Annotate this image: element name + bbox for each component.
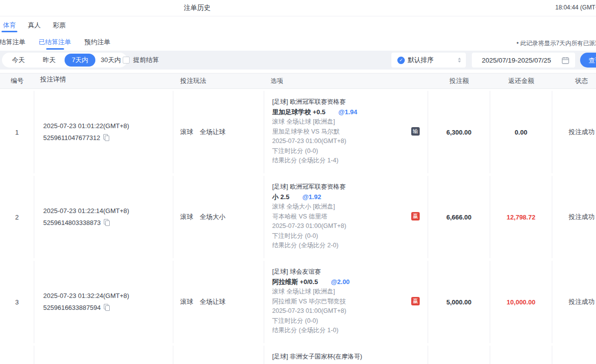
play-type-cell: 滚球 全场大小 (173, 176, 264, 258)
header-status: 状态 (552, 73, 596, 88)
bet-id: 5259611047677312 (43, 134, 100, 142)
copy-icon[interactable] (104, 304, 110, 311)
row-number: 3 (0, 261, 34, 343)
option-league: [足球] 非洲女子国家杯(在摩洛哥) (272, 352, 428, 362)
current-time: 18:04:44 (GMT+8) (555, 4, 596, 11)
date-range-input[interactable]: 2025/07/19-2025/07/25 (472, 53, 575, 68)
table-row: 1 2025-07-23 01:01:22(GMT+8) 52596110476… (0, 91, 596, 173)
search-button[interactable]: 查询 (580, 53, 596, 68)
option-odds: @1.94 (338, 108, 357, 116)
early-settle-label: 提前结算 (133, 56, 159, 65)
bet-detail-cell (34, 346, 173, 364)
bet-detail-cell: 2025-07-23 01:01:22(GMT+8) 5259611047677… (34, 91, 173, 173)
bet-amount-cell: 5,000.00 (428, 261, 490, 343)
play-market: 全场让球 (200, 128, 225, 137)
status-cell: 投注成功 (552, 91, 596, 173)
range-7days[interactable]: 7天内 (65, 54, 95, 67)
subtab-unsettled[interactable]: 未结算注单 (0, 38, 25, 46)
range-yesterday[interactable]: 昨天 (34, 54, 65, 67)
table-row: 3 2025-07-23 01:32:24(GMT+8) 52596166338… (0, 261, 596, 343)
table-body: 1 2025-07-23 01:01:22(GMT+8) 52596110476… (0, 89, 596, 364)
payout-cell (490, 346, 552, 364)
option-market: 滚球 全场让球 [欧洲盘] (272, 287, 428, 297)
header-no: 编号 (0, 73, 34, 88)
subtab-reserved[interactable]: 预约注单 (84, 38, 110, 46)
bet-id: 5259616633887594 (43, 304, 101, 311)
copy-icon[interactable] (103, 134, 110, 141)
row-number (0, 346, 34, 364)
option-league: [足球] 球会友谊赛 (272, 267, 428, 277)
option-market: 滚球 全场大小 [欧洲盘] (272, 202, 428, 212)
header-play: 投注玩法 (173, 73, 264, 88)
subtab-settled[interactable]: 已结算注单 (39, 38, 71, 46)
bet-detail-cell: 2025-07-23 01:32:24(GMT+8) 5259616633887… (34, 261, 173, 343)
option-odds: @2.00 (331, 278, 350, 286)
tab-live[interactable]: 真人 (28, 21, 41, 29)
option-result-score: 结果比分 (全场比分 2-0) (272, 241, 428, 251)
status-cell: 投注成功 (552, 261, 596, 343)
bet-detail-cell: 2025-07-23 01:22:14(GMT+8) 5259614803338… (34, 176, 173, 258)
option-league: [足球] 欧洲冠军联赛资格赛 (272, 182, 428, 192)
option-match-time: 2025-07-23 01:00(GMT+8) (272, 221, 428, 231)
option-match-time: 2025-07-23 01:00(GMT+8) (272, 306, 428, 316)
play-type: 滚球 (180, 128, 193, 137)
row-number: 2 (0, 176, 34, 258)
table-row: [足球] 非洲女子国家杯(在摩洛哥) (0, 346, 596, 364)
play-type: 滚球 (180, 297, 193, 306)
option-selection: 小 2.5 (272, 193, 290, 201)
payout-cell: 12,798.72 (490, 176, 552, 258)
early-settle-checkbox[interactable] (123, 57, 130, 64)
option-cell: [足球] 球会友谊赛 阿拉维斯 +0/0.5@2.00 滚球 全场让球 [欧洲盘… (264, 261, 428, 343)
option-bet-score: 下注时比分 (0-0) (272, 146, 428, 156)
option-market: 滚球 全场让球 [欧洲盘] (272, 117, 428, 127)
copy-icon[interactable] (104, 219, 110, 226)
option-cell: [足球] 欧洲冠军联赛资格赛 小 2.5@1.92 滚球 全场大小 [欧洲盘] … (264, 176, 428, 258)
bet-amount-cell: 6,300.00 (428, 91, 490, 173)
status-cell: 投注成功 (552, 176, 596, 258)
sort-select[interactable]: ✓ 默认排序 (391, 53, 466, 68)
payout-cell: 0.00 (490, 91, 552, 173)
range-today[interactable]: 今天 (3, 54, 34, 67)
row-number: 1 (0, 91, 34, 173)
result-badge: 赢 (411, 297, 420, 305)
result-badge: 赢 (411, 212, 420, 220)
record-notice: • 此记录将显示7天内所有已派彩的 (517, 39, 596, 48)
range-30days[interactable]: 30天内 (95, 54, 126, 67)
bet-time: 2025-07-23 01:22:14(GMT+8) (43, 205, 173, 217)
play-market: 全场大小 (200, 213, 225, 221)
option-selection: 里加足球学校 +0.5 (272, 108, 325, 116)
option-match: 阿拉维斯 VS 毕尔巴鄂竞技 (272, 297, 428, 307)
option-match-time: 2025-07-23 01:00(GMT+8) (272, 137, 428, 146)
header-detail: 投注详情 (34, 73, 173, 88)
option-selection: 阿拉维斯 +0/0.5 (272, 278, 318, 286)
option-league: [足球] 欧洲冠军联赛资格赛 (272, 97, 428, 107)
bet-id: 5259614803338873 (43, 219, 101, 226)
sort-caret-icon (458, 58, 461, 63)
option-cell: [足球] 非洲女子国家杯(在摩洛哥) (264, 346, 428, 364)
table-header: 编号 投注详情 投注玩法 选项 投注额 返还金额 状态 (0, 73, 596, 89)
bet-amount-cell: 6,666.00 (428, 176, 490, 258)
calendar-icon[interactable] (562, 57, 569, 64)
bet-time: 2025-07-23 01:32:24(GMT+8) (43, 290, 173, 302)
header-payout: 返还金额 (490, 73, 552, 88)
title-bar: 注单历史 18:04:44 (GMT+8) (0, 0, 596, 16)
payout-cell: 10,000.00 (490, 261, 552, 343)
early-settle-option: 提前结算 (123, 53, 159, 68)
table-row: 2 2025-07-23 01:22:14(GMT+8) 52596148033… (0, 176, 596, 258)
tab-sports[interactable]: 体育 (3, 21, 16, 29)
date-range-segment: 今天 昨天 7天内 30天内 (2, 53, 127, 68)
play-market: 全场让球 (200, 297, 225, 306)
filter-bar: 今天 昨天 7天内 30天内 提前结算 ✓ 默认排序 2025/07/19-20… (0, 51, 596, 70)
date-range-value: 2025/07/19-2025/07/25 (482, 57, 562, 64)
tab-lottery[interactable]: 彩票 (53, 21, 66, 29)
header-option: 选项 (264, 73, 428, 88)
status-cell (552, 346, 596, 364)
result-badge: 输 (411, 127, 420, 136)
bet-amount-cell (428, 346, 490, 364)
bet-history-table: 编号 投注详情 投注玩法 选项 投注额 返还金额 状态 1 2025-07-23… (0, 73, 596, 364)
play-type-cell: 滚球 全场让球 (173, 261, 264, 343)
option-bet-score: 下注时比分 (0-0) (272, 316, 428, 326)
play-type-cell (173, 346, 264, 364)
sort-selected-value: 默认排序 (408, 56, 458, 65)
option-result-score: 结果比分 (全场比分 1-0) (272, 326, 428, 336)
